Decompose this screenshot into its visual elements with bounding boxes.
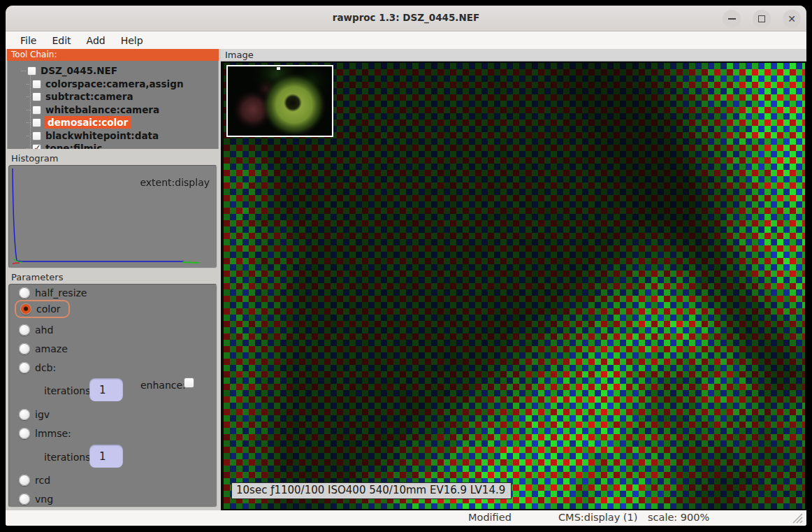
enhance-label: enhance: (140, 380, 186, 391)
radio-row-igv[interactable]: igv (9, 408, 217, 421)
titlebar[interactable]: rawproc 1.3: DSZ_0445.NEF ✕ (6, 6, 806, 31)
lmmse-iterations-input[interactable] (89, 445, 123, 468)
radio-row-lmmse[interactable]: lmmse: (9, 427, 217, 440)
status-modified: Modified (468, 512, 512, 523)
image-panel-label: Image (221, 49, 806, 62)
toolchain-item-whitebalance[interactable]: whitebalance:camera (8, 103, 218, 116)
radio-row-half-resize[interactable]: half_resize (9, 287, 217, 299)
radio-igv[interactable] (19, 409, 30, 420)
parameters-panel: half_resize color ahd amaze dcb: iterati… (8, 284, 217, 508)
radio-dcb[interactable] (19, 362, 30, 373)
histogram-label: Histogram (11, 153, 58, 164)
radio-row-color-selected[interactable]: color (15, 300, 70, 318)
toolchain-item-blackwhitepoint[interactable]: blackwhitepoint:data (8, 129, 218, 142)
app-window: rawproc 1.3: DSZ_0445.NEF ✕ File Edit Ad… (6, 6, 806, 526)
status-cms: CMS:display (1) (558, 512, 637, 523)
menubar: File Edit Add Help (6, 31, 806, 49)
radio-amaze[interactable] (19, 343, 30, 354)
dcb-iterations-input[interactable] (89, 378, 123, 401)
parameters-label: Parameters (11, 272, 63, 282)
minimize-button[interactable] (723, 10, 741, 28)
checkbox[interactable] (32, 80, 41, 89)
radio-row-ahd[interactable]: ahd (9, 324, 217, 336)
window-title: rawproc 1.3: DSZ_0445.NEF (6, 12, 806, 23)
checkbox[interactable] (27, 66, 36, 76)
image-panel: 10sec ƒ1100/100 ISO400 540/10mm EV16.9 L… (221, 62, 806, 510)
radio-lmmse[interactable] (19, 428, 30, 439)
histogram-extent-label: extent:display (140, 177, 210, 188)
radio-ahd[interactable] (19, 324, 30, 336)
dcb-iterations-label: iterations: (44, 385, 87, 396)
checkbox[interactable] (32, 144, 41, 150)
status-scale: scale: 900% (648, 512, 709, 523)
radio-color[interactable] (20, 303, 31, 315)
radio-half-resize[interactable] (19, 287, 30, 299)
resize-grip[interactable] (790, 513, 803, 524)
menu-edit[interactable]: Edit (44, 33, 78, 48)
enhance-checkbox[interactable] (184, 378, 194, 388)
checkbox[interactable] (32, 131, 41, 141)
histogram-panel: extent:display (8, 165, 217, 268)
radio-rcd[interactable] (19, 475, 30, 486)
radio-row-dcb[interactable]: dcb: (9, 361, 217, 374)
radio-row-amaze[interactable]: amaze (9, 343, 217, 355)
checkbox[interactable] (32, 92, 41, 101)
menu-add[interactable]: Add (79, 33, 113, 48)
maximize-icon (758, 15, 765, 22)
toolchain-item-demosaic[interactable]: demosaic:color (8, 116, 218, 129)
menu-help[interactable]: Help (113, 33, 151, 48)
thumbnail-navigator[interactable] (226, 65, 333, 137)
toolchain-item-colorspace[interactable]: colorspace:camera,assign (8, 78, 218, 90)
thumbnail-image (228, 66, 332, 136)
radio-vng[interactable] (19, 494, 30, 505)
statusbar: Modified CMS:display (1) scale: 900% (6, 510, 806, 526)
exif-overlay: 10sec ƒ1100/100 ISO400 540/10mm EV16.9 L… (231, 482, 512, 499)
toolchain-item-tone[interactable]: tone:filmic (8, 142, 218, 149)
minimize-icon (728, 18, 736, 20)
close-icon: ✕ (788, 14, 796, 24)
lmmse-iterations-label: iterations: (44, 452, 87, 463)
maximize-button[interactable] (753, 10, 771, 28)
close-button[interactable]: ✕ (783, 10, 801, 28)
toolchain-header: Tool Chain: (7, 49, 219, 61)
toolchain-tree: DSZ_0445.NEF colorspace:camera,assign su… (7, 61, 219, 149)
toolchain-item-source[interactable]: DSZ_0445.NEF (8, 64, 218, 77)
toolchain-item-subtract[interactable]: subtract:camera (8, 90, 218, 103)
radio-row-rcd[interactable]: rcd (9, 474, 217, 487)
checkbox[interactable] (32, 118, 41, 127)
radio-row-vng[interactable]: vng (9, 493, 217, 505)
checkbox[interactable] (32, 106, 41, 115)
menu-file[interactable]: File (13, 33, 44, 48)
